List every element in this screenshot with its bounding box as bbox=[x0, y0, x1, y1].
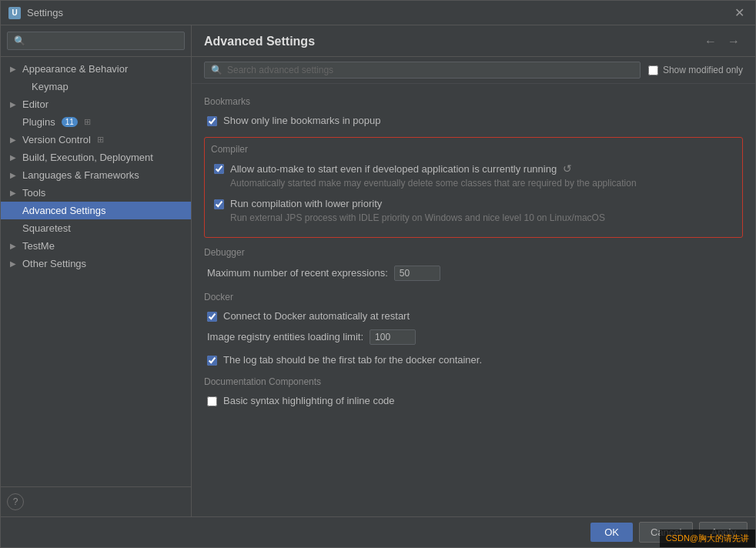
docker-auto-connect-checkbox[interactable] bbox=[207, 312, 217, 322]
main-panel: Advanced Settings ← → 🔍 Show modified on… bbox=[192, 25, 755, 516]
docker-log-tab-checkbox[interactable] bbox=[207, 356, 217, 366]
setting-item-max-expressions: Maximum number of recent expressions: bbox=[204, 264, 743, 282]
sidebar-item-languages[interactable]: ▶ Languages & Frameworks bbox=[1, 166, 191, 184]
panel-header: Advanced Settings ← → bbox=[192, 25, 755, 57]
setting-item-docker-log-tab: The log tab should be the first tab for … bbox=[204, 353, 743, 367]
chevron-icon: ▶ bbox=[10, 135, 19, 144]
main-content: ▶ Appearance & Behavior Keymap ▶ Editor … bbox=[1, 25, 755, 516]
chevron-icon: ▶ bbox=[10, 189, 19, 197]
sidebar-item-plugins[interactable]: Plugins 11 ⊞ bbox=[1, 113, 191, 131]
sidebar-item-version-control[interactable]: ▶ Version Control ⊞ bbox=[1, 131, 191, 149]
sidebar-item-label: Languages & Frameworks bbox=[22, 169, 139, 181]
image-registry-input[interactable] bbox=[370, 329, 416, 345]
panel-nav: ← → bbox=[701, 33, 743, 50]
setting-item-basic-syntax: Basic syntax highlighting of inline code bbox=[204, 393, 743, 408]
chevron-icon: ▶ bbox=[10, 259, 19, 268]
setting-item-docker-auto-connect: Connect to Docker automatically at resta… bbox=[204, 309, 743, 323]
lower-priority-desc: Run external JPS process with IDLE prior… bbox=[230, 212, 605, 225]
sidebar-item-label: Other Settings bbox=[22, 258, 86, 269]
max-expressions-label: Maximum number of recent expressions: bbox=[207, 267, 388, 279]
forward-button[interactable]: → bbox=[724, 33, 743, 50]
docker-log-tab-label: The log tab should be the first tab for … bbox=[223, 354, 482, 366]
compiler-section: Compiler Allow auto-make to start even i… bbox=[204, 137, 743, 238]
plugins-badge: 11 bbox=[62, 117, 78, 127]
search-input[interactable] bbox=[227, 65, 634, 75]
basic-syntax-checkbox[interactable] bbox=[207, 396, 217, 406]
ok-button[interactable]: OK bbox=[590, 523, 633, 542]
debugger-section-label: Debugger bbox=[204, 247, 743, 258]
sidebar-search-area bbox=[1, 25, 191, 57]
window-footer: OK Cancel Apply CSDN@胸大的请先讲 bbox=[1, 516, 755, 547]
watermark-text: CSDN@胸大的请先讲 bbox=[660, 530, 755, 547]
sidebar-item-advanced-settings[interactable]: Advanced Settings bbox=[1, 202, 191, 219]
show-modified-checkbox[interactable] bbox=[648, 65, 658, 75]
sidebar-item-label: Plugins bbox=[22, 116, 55, 128]
auto-make-checkbox[interactable] bbox=[214, 164, 224, 174]
chevron-icon: ▶ bbox=[10, 65, 19, 73]
sidebar-item-label: Editor bbox=[22, 99, 49, 110]
sidebar-item-label: Keymap bbox=[32, 81, 69, 92]
docker-section-label: Docker bbox=[204, 292, 743, 302]
setting-item-bookmarks-show-line: Show only line bookmarks in popup bbox=[204, 113, 743, 128]
sidebar-item-label: TestMe bbox=[22, 240, 55, 252]
image-registry-label: Image registry entities loading limit: bbox=[207, 331, 363, 342]
repo-icon: ⊞ bbox=[97, 135, 104, 145]
sidebar-item-other-settings[interactable]: ▶ Other Settings bbox=[1, 255, 191, 272]
sidebar-item-appearance[interactable]: ▶ Appearance & Behavior bbox=[1, 60, 191, 78]
close-button[interactable]: ✕ bbox=[731, 5, 748, 21]
titlebar: U Settings ✕ bbox=[1, 1, 755, 25]
sidebar-tree: ▶ Appearance & Behavior Keymap ▶ Editor … bbox=[1, 57, 191, 486]
repo-icon: ⊞ bbox=[84, 117, 91, 127]
sidebar-item-keymap[interactable]: Keymap bbox=[1, 78, 191, 95]
sidebar-item-squaretest[interactable]: Squaretest bbox=[1, 219, 191, 237]
chevron-icon: ▶ bbox=[10, 171, 19, 179]
docker-auto-connect-label: Connect to Docker automatically at resta… bbox=[223, 310, 410, 322]
sidebar: ▶ Appearance & Behavior Keymap ▶ Editor … bbox=[1, 25, 192, 516]
panel-title: Advanced Settings bbox=[204, 35, 315, 48]
sidebar-item-testme[interactable]: ▶ TestMe bbox=[1, 237, 191, 255]
sidebar-item-editor[interactable]: ▶ Editor bbox=[1, 95, 191, 113]
sidebar-item-label: Build, Execution, Deployment bbox=[22, 152, 153, 163]
settings-content: Bookmarks Show only line bookmarks in po… bbox=[192, 84, 755, 516]
sidebar-item-tools[interactable]: ▶ Tools bbox=[1, 184, 191, 202]
reset-icon[interactable]: ↺ bbox=[563, 162, 572, 175]
window-title: Settings bbox=[27, 7, 63, 18]
panel-toolbar: 🔍 Show modified only bbox=[192, 57, 755, 84]
show-modified-label[interactable]: Show modified only bbox=[648, 65, 743, 75]
auto-make-label: Allow auto-make to start even if develop… bbox=[230, 162, 637, 175]
show-modified-text: Show modified only bbox=[663, 65, 743, 75]
bookmarks-section-label: Bookmarks bbox=[204, 96, 743, 107]
sidebar-search-input[interactable] bbox=[7, 32, 185, 50]
settings-window: U Settings ✕ ▶ Appearance & Behavior Ke bbox=[0, 0, 756, 548]
basic-syntax-label: Basic syntax highlighting of inline code bbox=[223, 395, 395, 406]
sidebar-item-label: Squaretest bbox=[22, 222, 71, 234]
compiler-section-label: Compiler bbox=[211, 144, 736, 155]
setting-item-content: Allow auto-make to start even if develop… bbox=[230, 162, 637, 190]
auto-make-desc: Automatically started make may eventuall… bbox=[230, 177, 637, 190]
max-expressions-input[interactable] bbox=[394, 266, 440, 281]
lower-priority-checkbox[interactable] bbox=[214, 199, 224, 209]
titlebar-left: U Settings bbox=[8, 7, 63, 19]
setting-item-content: Run compilation with lower priority Run … bbox=[230, 198, 605, 225]
sidebar-item-label: Advanced Settings bbox=[22, 205, 105, 216]
chevron-icon: ▶ bbox=[10, 153, 19, 162]
search-box: 🔍 bbox=[204, 62, 641, 79]
app-icon: U bbox=[8, 7, 21, 19]
setting-item-auto-make: Allow auto-make to start even if develop… bbox=[211, 161, 736, 192]
bookmarks-show-line-checkbox[interactable] bbox=[207, 116, 217, 126]
chevron-icon: ▶ bbox=[10, 242, 19, 250]
documentation-section-label: Documentation Components bbox=[204, 376, 743, 387]
chevron-icon: ▶ bbox=[10, 100, 19, 109]
lower-priority-label: Run compilation with lower priority bbox=[230, 198, 605, 209]
back-button[interactable]: ← bbox=[701, 33, 720, 50]
bookmarks-show-line-label: Show only line bookmarks in popup bbox=[223, 115, 381, 126]
help-button[interactable]: ? bbox=[7, 493, 24, 510]
sidebar-item-label: Appearance & Behavior bbox=[22, 63, 128, 75]
setting-item-content: Show only line bookmarks in popup bbox=[223, 115, 381, 126]
sidebar-item-label: Tools bbox=[22, 187, 45, 199]
sidebar-item-build[interactable]: ▶ Build, Execution, Deployment bbox=[1, 149, 191, 166]
sidebar-bottom: ? bbox=[1, 486, 191, 516]
setting-item-lower-priority: Run compilation with lower priority Run … bbox=[211, 196, 736, 226]
search-icon: 🔍 bbox=[211, 65, 222, 75]
sidebar-item-label: Version Control bbox=[22, 134, 91, 145]
